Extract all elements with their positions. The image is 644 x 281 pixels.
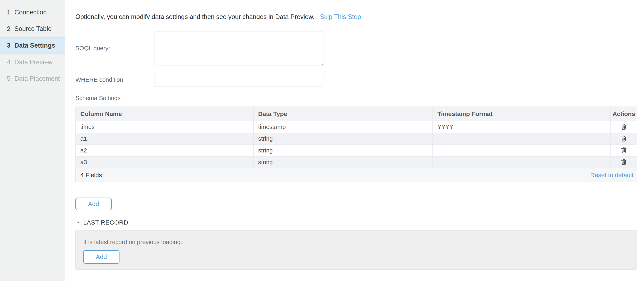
- cell-timestamp-format: [433, 144, 611, 156]
- sidebar-item-data-preview: 4 Data Preview: [0, 54, 65, 70]
- column-header-actions: Actions: [611, 107, 637, 121]
- fields-count: 4 Fields: [76, 168, 433, 182]
- sidebar-item-data-placement: 5 Data Placement: [0, 70, 65, 87]
- skip-this-step-link[interactable]: Skip This Step: [320, 13, 361, 20]
- intro-text: Optionally, you can modify data settings…: [76, 13, 314, 20]
- chevron-down-icon[interactable]: [76, 220, 80, 225]
- step-number: 1: [6, 9, 11, 16]
- delete-field-button[interactable]: [619, 146, 628, 155]
- delete-field-button[interactable]: [619, 158, 628, 166]
- table-footer-row: 4 Fields Reset to default: [76, 168, 637, 182]
- cell-timestamp-format: [433, 156, 611, 168]
- cell-timestamp-format: YYYY: [433, 121, 611, 133]
- footer-reset-cell: Reset to default: [433, 168, 637, 182]
- trash-icon: [620, 135, 628, 142]
- table-row: a1 string: [76, 133, 637, 144]
- data-settings-panel: Optionally, you can modify data settings…: [65, 0, 644, 281]
- cell-column-name: a2: [76, 144, 254, 156]
- sidebar-item-source-table[interactable]: 2 Source Table: [0, 20, 65, 37]
- column-header-data-type: Data Type: [254, 107, 433, 121]
- trash-icon: [620, 123, 628, 130]
- cell-actions: [611, 133, 637, 144]
- delete-field-button[interactable]: [619, 134, 628, 143]
- soql-query-label: SOQL query:: [76, 45, 154, 52]
- intro-row: Optionally, you can modify data settings…: [76, 13, 637, 20]
- data-settings-wizard: 1 Connection 2 Source Table 3 Data Setti…: [0, 0, 644, 281]
- last-record-description: It is latest record on previous loading.: [83, 239, 629, 246]
- step-number: 4: [6, 58, 11, 66]
- step-number: 2: [6, 25, 11, 32]
- table-row: times timestamp YYYY: [76, 121, 637, 133]
- trash-icon: [620, 146, 628, 154]
- cell-column-name: a3: [76, 156, 254, 168]
- cell-actions: [611, 156, 637, 168]
- delete-field-button[interactable]: [619, 122, 628, 131]
- sidebar-item-data-settings[interactable]: 3 Data Settings: [0, 37, 65, 54]
- table-header-row: Column Name Data Type Timestamp Format A…: [76, 107, 637, 121]
- table-row: a2 string: [76, 144, 637, 156]
- sidebar-item-connection[interactable]: 1 Connection: [0, 4, 65, 20]
- cell-column-name: a1: [76, 133, 254, 144]
- cell-actions: [611, 121, 637, 133]
- step-number: 5: [6, 75, 11, 82]
- table-row: a3 string: [76, 156, 637, 168]
- step-label: Data Preview: [14, 58, 52, 66]
- last-record-section-header[interactable]: LAST RECORD: [76, 219, 637, 226]
- soql-query-textarea[interactable]: [154, 31, 324, 66]
- step-number: 3: [6, 42, 11, 49]
- column-header-column-name: Column Name: [76, 107, 254, 121]
- cell-data-type: string: [254, 133, 433, 144]
- step-label: Data Settings: [14, 42, 55, 49]
- cell-timestamp-format: [433, 133, 611, 144]
- wizard-steps-sidebar: 1 Connection 2 Source Table 3 Data Setti…: [0, 0, 65, 281]
- trash-icon: [620, 158, 628, 166]
- step-label: Connection: [14, 9, 47, 16]
- cell-column-name: times: [76, 121, 254, 133]
- cell-actions: [611, 144, 637, 156]
- add-field-button[interactable]: Add: [76, 198, 112, 210]
- cell-data-type: string: [254, 156, 433, 168]
- soql-query-row: SOQL query:: [76, 31, 637, 66]
- add-last-record-button[interactable]: Add: [83, 250, 120, 264]
- last-record-title: LAST RECORD: [83, 219, 128, 226]
- where-condition-input[interactable]: [154, 73, 324, 86]
- step-label: Data Placement: [14, 75, 60, 82]
- schema-settings-table: Column Name Data Type Timestamp Format A…: [76, 106, 637, 182]
- where-condition-row: WHERE condition:: [76, 73, 637, 86]
- cell-data-type: timestamp: [254, 121, 433, 133]
- step-label: Source Table: [14, 25, 52, 32]
- schema-settings-title: Schema Settings: [76, 95, 637, 102]
- cell-data-type: string: [254, 144, 433, 156]
- reset-to-default-link[interactable]: Reset to default: [590, 172, 634, 178]
- column-header-timestamp-format: Timestamp Format: [433, 107, 611, 121]
- where-condition-label: WHERE condition:: [76, 76, 154, 83]
- last-record-panel: It is latest record on previous loading.…: [76, 230, 637, 270]
